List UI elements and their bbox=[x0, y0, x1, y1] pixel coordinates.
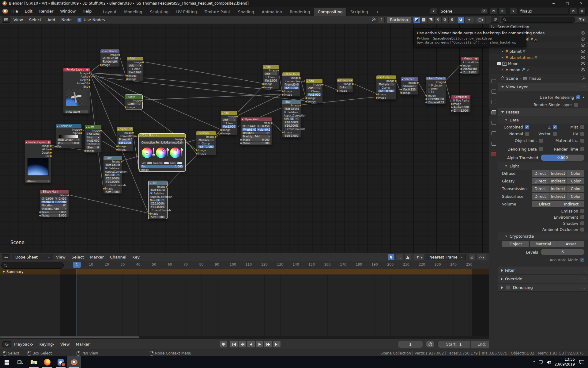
node-checkbox[interactable]: ✓ bbox=[462, 61, 465, 63]
node-field[interactable]: -2.700 bbox=[110, 57, 118, 59]
node-field[interactable]: Size9 bbox=[86, 146, 100, 149]
passes-panel-header[interactable]: Passes:::: bbox=[498, 108, 588, 116]
light-diffuse-color-button[interactable]: Color bbox=[567, 170, 585, 177]
output-socket[interactable] bbox=[141, 99, 143, 102]
node-header[interactable]: ▾Lens Distortion bbox=[426, 77, 446, 80]
playback-menu-view[interactable]: View bbox=[57, 340, 73, 348]
light-checkbox[interactable] bbox=[580, 221, 585, 226]
node-dropdown[interactable]: Multiply▾ bbox=[378, 83, 394, 86]
collapse-icon[interactable]: ▾ bbox=[86, 126, 87, 128]
node-header[interactable]: ▾Glare bbox=[125, 95, 142, 99]
dope-horizontal-scrollbar[interactable] bbox=[0, 336, 489, 338]
node-field[interactable]: Z1.000 bbox=[453, 109, 469, 112]
light-volume-indirect-button[interactable]: Indirect bbox=[558, 201, 585, 208]
node-sharpen[interactable]: ▾SharpenImageSharpen▾Fac0.120Image bbox=[401, 77, 418, 95]
use-preview-range-toggle[interactable] bbox=[426, 341, 435, 348]
dope-mode-dropdown[interactable]: Dope Sheet▾ bbox=[12, 254, 53, 260]
only-selected-toggle[interactable] bbox=[388, 254, 395, 260]
node-dropdown[interactable]: Maskty.. Add▾ bbox=[242, 135, 270, 138]
input-socket[interactable] bbox=[375, 97, 378, 99]
node-field[interactable]: Fac0.500 bbox=[378, 90, 394, 92]
tab-compositing[interactable]: Compositing bbox=[314, 8, 347, 16]
slider-handle[interactable] bbox=[152, 154, 155, 156]
alpha-threshold-slider[interactable]: 0.500 bbox=[541, 154, 585, 161]
node-menu-select[interactable]: Select bbox=[26, 16, 44, 24]
collapse-icon[interactable]: ▾ bbox=[140, 135, 141, 137]
play-button[interactable] bbox=[255, 341, 264, 348]
cryptomatte-object-button[interactable]: Object bbox=[502, 240, 530, 247]
panel-caret-icon[interactable] bbox=[501, 278, 503, 280]
scene-browse-icon[interactable]: ▾ bbox=[430, 8, 437, 15]
viewlayer-new-button[interactable]: ⧉ bbox=[570, 8, 577, 15]
accurate-mode-checkbox[interactable]: ✓ bbox=[580, 258, 585, 262]
scene-name-field[interactable]: Scene 2 bbox=[439, 8, 489, 15]
node-checkbox[interactable] bbox=[198, 142, 201, 145]
output-socket[interactable] bbox=[132, 132, 134, 134]
node-field[interactable]: Distort0.000 bbox=[428, 98, 444, 100]
panel-caret-icon[interactable] bbox=[501, 269, 503, 272]
node-field[interactable]: Y0.450 bbox=[55, 197, 67, 200]
scene-unlink-button[interactable]: ✕ bbox=[499, 8, 506, 15]
node-header[interactable]: ▾Color Balance bbox=[139, 134, 185, 137]
slider-handle[interactable] bbox=[180, 149, 183, 151]
taskbar-app-blender[interactable] bbox=[67, 356, 81, 368]
playback-menu-marker[interactable]: Marker bbox=[73, 340, 93, 348]
node-header[interactable]: ▾Add bbox=[306, 79, 322, 83]
output-socket[interactable] bbox=[394, 80, 397, 82]
visibility-eye-icon[interactable] bbox=[581, 50, 585, 53]
node-dropdown[interactable]: Fast Gaussian▾ bbox=[105, 163, 120, 166]
node-field[interactable]: Mask0.000 bbox=[242, 138, 270, 141]
node-dropdown[interactable]: Add▾ bbox=[307, 86, 321, 89]
tray-chevron-icon[interactable]: ⌃ bbox=[533, 360, 535, 364]
snap-frame-dropdown[interactable]: Nearest Frame▾ bbox=[426, 254, 466, 260]
pass-checkbox[interactable]: ✓ bbox=[525, 125, 530, 129]
taskbar-app-task-view[interactable] bbox=[13, 356, 27, 368]
input-socket[interactable] bbox=[460, 71, 462, 74]
input-socket[interactable] bbox=[262, 83, 264, 85]
node-header[interactable]: ▾Add bbox=[221, 111, 237, 115]
dope-search-field[interactable] bbox=[1, 262, 64, 269]
node-header[interactable]: ▾Sharpen bbox=[401, 77, 418, 81]
input-socket[interactable] bbox=[281, 131, 284, 134]
output-socket[interactable] bbox=[299, 104, 302, 107]
node-field[interactable]: X10.000% bbox=[105, 177, 120, 180]
view-layer-panel-header[interactable]: View Layer:::: bbox=[498, 83, 588, 91]
node-header[interactable]: ▾Sun Beams bbox=[100, 49, 119, 53]
pin-icon[interactable] bbox=[371, 17, 376, 22]
outliner-filter-dropdown[interactable]: ▾ bbox=[577, 16, 586, 23]
node-field[interactable]: Fac1.000 bbox=[141, 165, 183, 168]
properties-tab-output[interactable] bbox=[490, 98, 498, 106]
light-checkbox[interactable] bbox=[580, 227, 585, 232]
light-diffuse-direct-button[interactable]: Direct bbox=[531, 170, 549, 177]
tab-rendering[interactable]: Rendering bbox=[286, 8, 314, 16]
tab-scripting[interactable]: Scripting bbox=[347, 8, 372, 16]
input-socket[interactable] bbox=[220, 129, 222, 131]
use-nodes-checkbox[interactable]: ✓ bbox=[77, 17, 82, 22]
filter-dropdown[interactable]: ▾ bbox=[414, 254, 425, 260]
node-header[interactable]: ▾Blur bbox=[149, 181, 167, 185]
node-field[interactable]: Value1.000 bbox=[242, 142, 270, 144]
playback-editor-icon[interactable] bbox=[2, 341, 11, 347]
node-checkbox[interactable]: ✓ bbox=[105, 167, 108, 170]
wheel-handle[interactable] bbox=[162, 149, 165, 152]
node-checkbox[interactable] bbox=[222, 122, 225, 125]
input-socket[interactable] bbox=[84, 150, 86, 152]
input-socket[interactable] bbox=[425, 94, 428, 97]
action-center-icon[interactable] bbox=[579, 360, 584, 364]
node-field[interactable]: X0.690 bbox=[242, 125, 256, 128]
collapse-icon[interactable]: ▾ bbox=[264, 66, 265, 68]
render-time-checkbox[interactable] bbox=[580, 147, 585, 151]
light-diffuse-indirect-button[interactable]: Indirect bbox=[549, 170, 567, 177]
collapse-icon[interactable]: ▾ bbox=[453, 96, 454, 98]
summary-expand-icon[interactable] bbox=[2, 271, 5, 273]
color-wheel[interactable] bbox=[156, 148, 166, 158]
node-header[interactable]: ▾Add bbox=[127, 57, 143, 60]
taskbar-app-discord[interactable] bbox=[54, 356, 67, 368]
input-socket[interactable] bbox=[116, 148, 118, 151]
backdrop-alpha-toggle[interactable] bbox=[427, 17, 434, 23]
node-field[interactable]: Premul0.000 bbox=[284, 83, 299, 86]
color-swatch[interactable] bbox=[164, 162, 169, 165]
wheel-value-slider[interactable] bbox=[167, 148, 168, 158]
node-field[interactable]: Fac0.020 bbox=[128, 71, 142, 74]
node-field[interactable]: Fac1.000 bbox=[284, 86, 299, 89]
